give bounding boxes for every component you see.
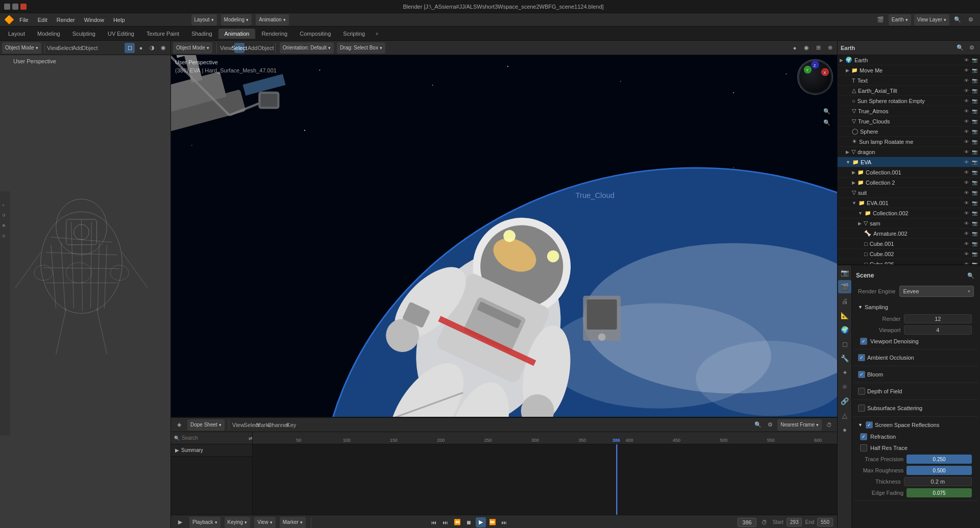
cam-20[interactable]: 📷 — [971, 250, 978, 258]
vis-13[interactable]: 👁 — [963, 179, 970, 186]
outliner-item-cube002[interactable]: □ Cube.002 👁📷 — [838, 249, 980, 259]
outliner-item-earth[interactable]: ▶ 🌍 Earth 👁 📷 — [838, 55, 980, 65]
physics-tab[interactable]: ⚛ — [838, 380, 851, 393]
cam-7[interactable]: 📷 — [971, 118, 978, 125]
viewport-shade-rendered[interactable]: ◉ — [801, 43, 812, 53]
outliner-item-trueclouds[interactable]: ▽ True_Clouds 👁📷 — [838, 116, 980, 127]
timeline-summary-row[interactable]: ▶ Summary — [171, 444, 252, 457]
render-icon-2[interactable]: 📷 — [971, 67, 978, 74]
outliner-filter-btn[interactable]: ⚙ — [967, 43, 977, 53]
data-tab[interactable]: △ — [838, 409, 851, 422]
cam-21[interactable]: 📷 — [971, 261, 978, 266]
cam-5[interactable]: 📷 — [971, 97, 978, 105]
vis-17[interactable]: 👁 — [963, 220, 970, 227]
tab-layout[interactable]: Layout — [2, 29, 31, 39]
vis-7[interactable]: 👁 — [963, 118, 970, 125]
vis-8[interactable]: 👁 — [963, 128, 970, 135]
scene-tab[interactable]: 🎬 — [838, 280, 851, 293]
render-value[interactable]: 12 — [904, 314, 972, 323]
bloom-checkbox[interactable] — [858, 371, 865, 378]
timeline-search-icon[interactable]: 🔍 — [174, 433, 180, 443]
main-object-menu[interactable]: Object — [261, 43, 271, 53]
menu-edit[interactable]: Edit — [34, 16, 52, 24]
output-tab[interactable]: 🖨 — [838, 294, 851, 308]
timeline-type-selector[interactable]: Dope Sheet — [187, 419, 225, 431]
tab-sculpting[interactable]: Sculpting — [66, 29, 102, 39]
outliner-item-moveme[interactable]: ▶ 📁 Move Me 👁 📷 — [838, 65, 980, 76]
marker-menu-bottom[interactable]: Marker — [280, 517, 306, 528]
navigation-gizmo[interactable]: X Y Z — [797, 59, 833, 95]
timeline-sync-icon[interactable]: ⏱ — [824, 420, 834, 430]
outliner-item-eva[interactable]: ▼ 📁 EVA 👁📷 — [838, 157, 980, 167]
ao-header[interactable]: Ambient Occlusion — [858, 351, 974, 364]
cam-11[interactable]: 📷 — [971, 159, 978, 166]
edge-fading-slider[interactable]: 0.075 — [906, 488, 972, 497]
cam-3[interactable]: 📷 — [971, 77, 978, 84]
prev-frame-btn[interactable]: ⏪ — [452, 517, 462, 527]
half-res-checkbox[interactable] — [860, 444, 867, 451]
outliner-item-earth-tilt[interactable]: △ Earth_Axial_Tilt 👁📷 — [838, 86, 980, 96]
window-controls[interactable] — [4, 4, 27, 10]
cam-15[interactable]: 📷 — [971, 199, 978, 207]
render-tab[interactable]: 📷 — [838, 266, 851, 279]
vis-5[interactable]: 👁 — [963, 97, 970, 105]
object-tab[interactable]: ◻ — [838, 337, 851, 350]
material-display-btn[interactable]: ◑ — [147, 43, 157, 53]
vis-12[interactable]: 👁 — [963, 169, 970, 176]
end-frame-input[interactable]: 550 — [817, 518, 833, 526]
menu-file[interactable]: File — [15, 16, 33, 24]
outliner-item-suit[interactable]: ▽ suit 👁📷 — [838, 188, 980, 198]
zoom-out-btn[interactable]: 🔍 — [822, 117, 832, 128]
vis-18[interactable]: 👁 — [963, 230, 970, 237]
material-tab[interactable]: ● — [838, 423, 851, 436]
stop-btn[interactable]: ⏹ — [464, 517, 474, 527]
main-select-menu[interactable]: Select — [234, 43, 244, 53]
vis-4[interactable]: 👁 — [963, 87, 970, 94]
current-frame-input[interactable]: 386 — [738, 518, 756, 527]
outliner-item-cube001[interactable]: □ Cube.001 👁📷 — [838, 239, 980, 249]
vis-21[interactable]: 👁 — [963, 261, 970, 266]
timeline-settings-icon[interactable]: ⚙ — [765, 420, 775, 430]
tab-animation[interactable]: Animation — [218, 29, 256, 39]
vis-11[interactable]: 👁 — [963, 159, 970, 166]
solid-display-btn[interactable]: ● — [136, 43, 146, 53]
ao-checkbox[interactable] — [858, 354, 865, 361]
outliner-item-collection002[interactable]: ▼ 📁 Collection.002 👁📷 — [838, 208, 980, 218]
cam-12[interactable]: 📷 — [971, 169, 978, 176]
playback-menu[interactable]: Playback — [189, 517, 220, 528]
dof-checkbox[interactable] — [858, 388, 865, 395]
layout-selector[interactable]: Layout — [191, 14, 217, 26]
vis-14[interactable]: 👁 — [963, 189, 970, 196]
world-tab[interactable]: 🌍 — [838, 323, 851, 336]
cam-9[interactable]: 📷 — [971, 138, 978, 145]
timeline-search-input[interactable] — [182, 435, 247, 441]
tab-shading[interactable]: Shading — [185, 29, 218, 39]
start-frame-input[interactable]: 293 — [787, 518, 802, 526]
cam-19[interactable]: 📷 — [971, 240, 978, 247]
outliner-item-text[interactable]: T Text 👁📷 — [838, 76, 980, 86]
main-3d-viewport[interactable]: Object Mode View Select Add Object Orien… — [171, 41, 837, 417]
trace-precision-slider[interactable]: 0.250 — [906, 455, 972, 464]
add-menu-btn[interactable]: Add — [72, 43, 83, 53]
vis-9[interactable]: 👁 — [963, 138, 970, 145]
jump-next-key-btn[interactable]: ⏭ — [499, 517, 509, 527]
left-mode-selector[interactable]: Object Mode — [2, 42, 41, 54]
cam-14[interactable]: 📷 — [971, 189, 978, 196]
rendered-display-btn[interactable]: ◉ — [158, 43, 168, 53]
timeline-select-menu[interactable]: Select — [247, 420, 257, 430]
cam-16[interactable]: 📷 — [971, 210, 978, 217]
play-btn[interactable]: ▶ — [476, 517, 486, 527]
main-add-menu[interactable]: Add — [248, 43, 258, 53]
tab-compositing[interactable]: Compositing — [293, 29, 337, 39]
render-icon[interactable]: 📷 — [971, 57, 978, 64]
maximize-button[interactable] — [12, 4, 18, 10]
visibility-icon-2[interactable]: 👁 — [963, 67, 970, 74]
tab-scripting[interactable]: Scripting — [337, 29, 371, 39]
outliner-item-cube026[interactable]: □ Cube.026 👁📷 — [838, 259, 980, 265]
outliner-item-sphere[interactable]: ◯ Sphere 👁📷 — [838, 127, 980, 137]
cam-13[interactable]: 📷 — [971, 179, 978, 186]
ssr-header[interactable]: ▼ Screen Space Reflections — [858, 419, 974, 431]
object-menu-btn[interactable]: Object — [85, 43, 95, 53]
jump-prev-key-btn[interactable]: ⏭ — [440, 517, 451, 527]
menu-help[interactable]: Help — [109, 16, 129, 24]
